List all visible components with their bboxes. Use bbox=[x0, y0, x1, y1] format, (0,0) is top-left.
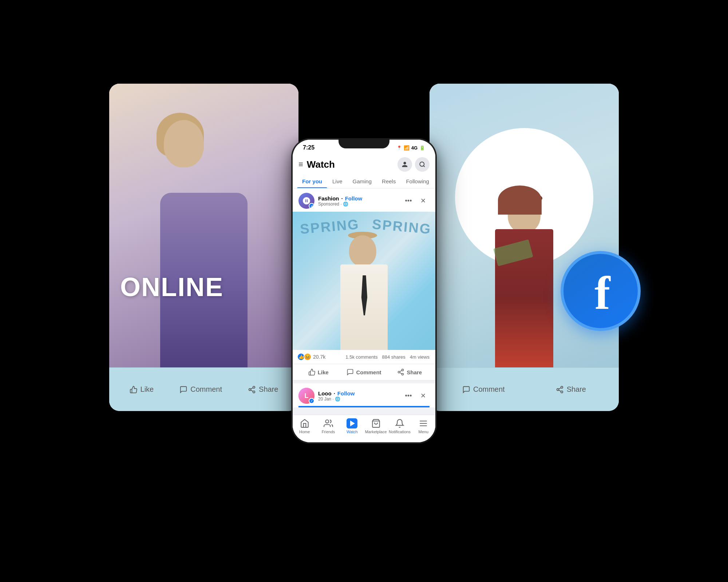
post-2-author: L ✓ Looo · Follow bbox=[298, 388, 355, 404]
nav-friends[interactable]: Friends bbox=[316, 418, 340, 434]
more-options-button-2[interactable]: ••• bbox=[402, 389, 415, 402]
nav-watch[interactable]: Watch bbox=[340, 418, 364, 434]
nav-marketplace[interactable]: Marketplace bbox=[364, 418, 388, 434]
feed-content: ✓ Fashion · Follow Sponsored bbox=[293, 188, 435, 442]
svg-point-0 bbox=[253, 386, 255, 388]
marketplace-icon bbox=[371, 418, 381, 429]
comment-button-right[interactable]: Comment bbox=[462, 385, 505, 394]
looo-avatar: L ✓ bbox=[298, 388, 314, 404]
left-card: ONLINE Like Comment Share bbox=[109, 84, 298, 411]
share-button-right[interactable]: Share bbox=[556, 385, 586, 394]
battery-icon: 🔋 bbox=[419, 145, 425, 151]
post-2-meta: 20 Jan · 🌐 bbox=[318, 396, 355, 402]
svg-line-16 bbox=[400, 370, 402, 371]
shares-count: 884 shares bbox=[382, 354, 405, 360]
header-icons bbox=[397, 157, 430, 172]
network-label: 4G bbox=[411, 145, 418, 151]
tab-reels[interactable]: Reels bbox=[377, 175, 401, 188]
status-time: 7:25 bbox=[303, 144, 314, 151]
bell-icon bbox=[394, 418, 405, 429]
comment-label-post1: Comment bbox=[356, 369, 381, 375]
menu-icon bbox=[418, 418, 429, 429]
phone: 7:25 📍 📶 4G 🔋 ≡ Watch bbox=[291, 138, 437, 444]
comment-label-left: Comment bbox=[190, 385, 222, 394]
share-label-right: Share bbox=[567, 385, 586, 394]
svg-point-17 bbox=[325, 420, 329, 423]
post-1-buttons: Like Comment Share bbox=[293, 364, 435, 380]
watch-nav-label: Watch bbox=[347, 430, 358, 434]
more-options-button-1[interactable]: ••• bbox=[402, 194, 415, 207]
like-label-left: Like bbox=[141, 385, 154, 394]
close-button-2[interactable]: ✕ bbox=[416, 389, 430, 402]
watch-page-title: Watch bbox=[307, 159, 335, 170]
bottom-navigation: Home Friends Watch bbox=[293, 415, 435, 442]
phone-notch bbox=[339, 138, 389, 148]
svg-point-14 bbox=[402, 373, 404, 375]
notifications-nav-label: Notifications bbox=[389, 430, 411, 434]
post-1-header: ✓ Fashion · Follow Sponsored bbox=[293, 188, 435, 212]
fb-letter: f bbox=[594, 269, 610, 316]
tab-bar: For you Live Gaming Reels Following bbox=[293, 175, 435, 188]
model-figure bbox=[328, 219, 400, 350]
comment-button-left[interactable]: Comment bbox=[179, 385, 222, 394]
fashion-avatar: ✓ bbox=[298, 193, 314, 209]
menu-nav-label: Menu bbox=[419, 430, 429, 434]
svg-point-5 bbox=[561, 386, 563, 388]
profile-icon-button[interactable] bbox=[397, 157, 412, 172]
watch-header: ≡ Watch bbox=[293, 156, 435, 175]
phone-screen: 7:25 📍 📶 4G 🔋 ≡ Watch bbox=[293, 140, 435, 442]
globe-icon-1: 🌐 bbox=[343, 202, 348, 207]
home-icon bbox=[299, 418, 310, 429]
dot-separator: · bbox=[341, 195, 343, 202]
tab-gaming[interactable]: Gaming bbox=[348, 175, 377, 188]
post-2: L ✓ Looo · Follow bbox=[293, 383, 435, 410]
share-button-post1[interactable]: Share bbox=[387, 366, 432, 379]
follow-button-post2[interactable]: Follow bbox=[337, 390, 355, 396]
post-1-author: ✓ Fashion · Follow Sponsored bbox=[298, 193, 362, 209]
comment-label-right: Comment bbox=[473, 385, 505, 394]
post-2-actions-top: ••• ✕ bbox=[402, 389, 430, 402]
hamburger-icon[interactable]: ≡ bbox=[298, 160, 303, 169]
main-scene: ONLINE Like Comment Share bbox=[109, 55, 619, 527]
svg-point-1 bbox=[249, 388, 251, 391]
sponsored-label: Sponsored bbox=[318, 202, 339, 207]
signal-icon: 📶 bbox=[404, 145, 410, 151]
home-nav-label: Home bbox=[299, 430, 310, 434]
share-button-left[interactable]: Share bbox=[248, 385, 278, 394]
like-button-post1[interactable]: Like bbox=[296, 366, 341, 379]
post-2-name-row: Looo · Follow bbox=[318, 390, 355, 396]
post2-date: 20 Jan bbox=[318, 396, 331, 402]
location-icon: 📍 bbox=[397, 146, 402, 150]
post-2-author-info: Looo · Follow 20 Jan · 🌐 bbox=[318, 390, 355, 402]
tab-following[interactable]: Following bbox=[401, 175, 434, 188]
globe-icon-2: 🌐 bbox=[335, 396, 340, 402]
nav-home[interactable]: Home bbox=[293, 418, 316, 434]
svg-line-4 bbox=[251, 387, 253, 389]
search-icon-button[interactable] bbox=[415, 157, 430, 172]
left-card-bottom: Like Comment Share bbox=[109, 367, 298, 411]
tab-for-you[interactable]: For you bbox=[297, 175, 327, 188]
nav-notifications[interactable]: Notifications bbox=[388, 418, 411, 434]
looo-verified-badge: ✓ bbox=[309, 398, 314, 404]
online-text: ONLINE bbox=[120, 272, 223, 302]
post-1-author-info: Fashion · Follow Sponsored · 🌐 bbox=[318, 195, 362, 207]
svg-line-9 bbox=[558, 387, 561, 389]
right-card: Comment Share bbox=[430, 84, 619, 411]
reaction-icons: 👍 😆 bbox=[298, 353, 312, 361]
nav-menu[interactable]: Menu bbox=[412, 418, 435, 434]
tab-live[interactable]: Live bbox=[327, 175, 348, 188]
dot-separator-2: · bbox=[334, 390, 335, 396]
comment-button-post1[interactable]: Comment bbox=[341, 366, 387, 379]
close-button-1[interactable]: ✕ bbox=[416, 194, 430, 207]
views-count: 4m views bbox=[410, 354, 430, 360]
looo-author-name: Looo bbox=[318, 390, 332, 396]
svg-point-2 bbox=[253, 391, 255, 393]
like-button-left[interactable]: Like bbox=[130, 385, 154, 394]
follow-button-post1[interactable]: Follow bbox=[345, 195, 363, 202]
post-1-meta: Sponsored · 🌐 bbox=[318, 202, 362, 207]
svg-point-13 bbox=[398, 371, 400, 373]
post-2-header: L ✓ Looo · Follow bbox=[293, 383, 435, 406]
fashion-author-name: Fashion bbox=[318, 195, 339, 202]
reactions-count: 20.7k bbox=[313, 354, 325, 360]
author-name-row: Fashion · Follow bbox=[318, 195, 362, 202]
